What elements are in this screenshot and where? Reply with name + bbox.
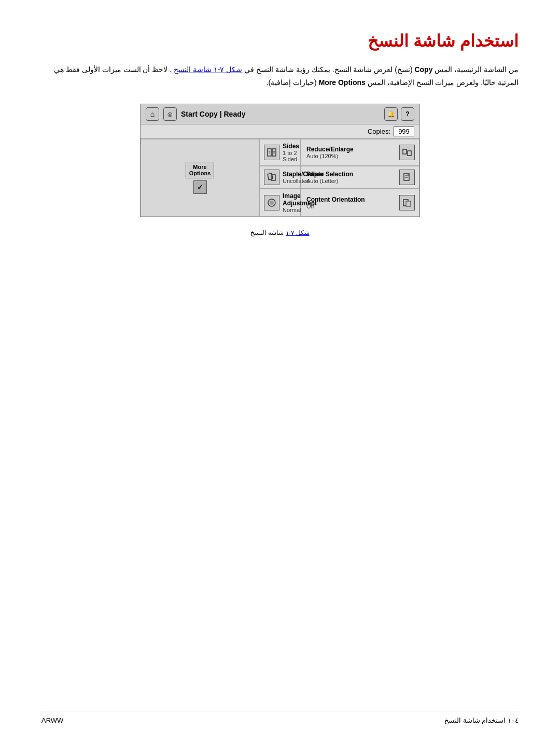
orientation-label: Content Orientation — [306, 196, 365, 203]
reduce-icon[interactable] — [399, 145, 415, 160]
figure-caption: شكل ٧-١ شاشة النسخ — [41, 228, 519, 237]
copies-input[interactable]: 999 — [394, 126, 414, 136]
orientation-icon[interactable] — [399, 195, 415, 210]
orientation-feature: Content Orientation Off — [301, 189, 419, 217]
svg-point-15 — [270, 201, 274, 205]
image-adj-icon[interactable] — [264, 195, 279, 210]
more-options-button[interactable]: More Options — [186, 162, 215, 178]
paper-value: Auto (Letter) — [306, 178, 353, 184]
staple-icon[interactable] — [264, 170, 279, 185]
svg-rect-0 — [268, 149, 271, 156]
figure-link-intro[interactable]: شكل ٧-١ شاشة النسخ — [174, 65, 242, 74]
copy-screen-ui: ⌂ ◎ Start Copy | Ready 🔔 ? Copies: 999 — [140, 104, 420, 217]
checkmark-icon[interactable]: ✓ — [193, 180, 207, 194]
sides-value: 1 to 2 Sided — [283, 150, 299, 162]
orientation-value: Off — [306, 203, 365, 209]
bell-icon[interactable]: 🔔 — [384, 107, 398, 121]
figure-caption-link[interactable]: شكل ٧-١ — [286, 229, 309, 236]
svg-rect-8 — [268, 174, 273, 180]
home-icon[interactable]: ⌂ — [146, 107, 159, 121]
image-adj-feature: Image Adjustment Normal — [259, 189, 301, 217]
copies-label: Copies: — [368, 128, 390, 135]
svg-rect-3 — [272, 149, 276, 156]
paper-icon[interactable] — [399, 170, 415, 185]
page-title: استخدام شاشة النسخ — [41, 31, 519, 51]
more-options-cell[interactable]: More Options ✓ — [141, 139, 259, 217]
paper-feature: Paper Selection Auto (Letter) — [301, 166, 419, 189]
copy-screen-header: ⌂ ◎ Start Copy | Ready 🔔 ? — [141, 104, 419, 124]
copy-symbol: ◎ — [167, 111, 173, 118]
reduce-feature: Reduce/Enlarge Auto (120%) — [301, 139, 419, 166]
intro-paragraph: من الشاشة الرئيسية، المس Copy (نسخ) لعرض… — [41, 63, 519, 89]
page-footer: ARWW ١٠٤ استخدام شاشة النسخ — [41, 711, 519, 724]
sides-icon[interactable] — [264, 145, 279, 160]
paper-label: Paper Selection — [306, 171, 353, 178]
help-icon[interactable]: ? — [401, 107, 414, 121]
footer-right: ١٠٤ استخدام شاشة النسخ — [444, 716, 519, 724]
svg-rect-7 — [408, 151, 411, 156]
sides-feature: Sides 1 to 2 Sided — [259, 139, 301, 166]
reduce-value: Auto (120%) — [306, 153, 354, 159]
copy-icon[interactable]: ◎ — [163, 107, 177, 121]
svg-rect-6 — [403, 149, 407, 154]
footer-left: ARWW — [41, 716, 63, 724]
svg-rect-17 — [406, 201, 411, 206]
home-symbol: ⌂ — [150, 110, 155, 118]
staple-feature: Staple/Collate Uncollated — [259, 166, 301, 189]
copies-row: Copies: 999 — [141, 124, 419, 139]
feature-grid: Sides 1 to 2 Sided More Options ✓ Reduce… — [141, 139, 419, 217]
figure-caption-text: شاشة النسخ — [250, 229, 283, 236]
sides-label: Sides — [283, 143, 299, 150]
status-text: Start Copy | Ready — [181, 110, 380, 118]
reduce-label: Reduce/Enlarge — [306, 146, 354, 153]
